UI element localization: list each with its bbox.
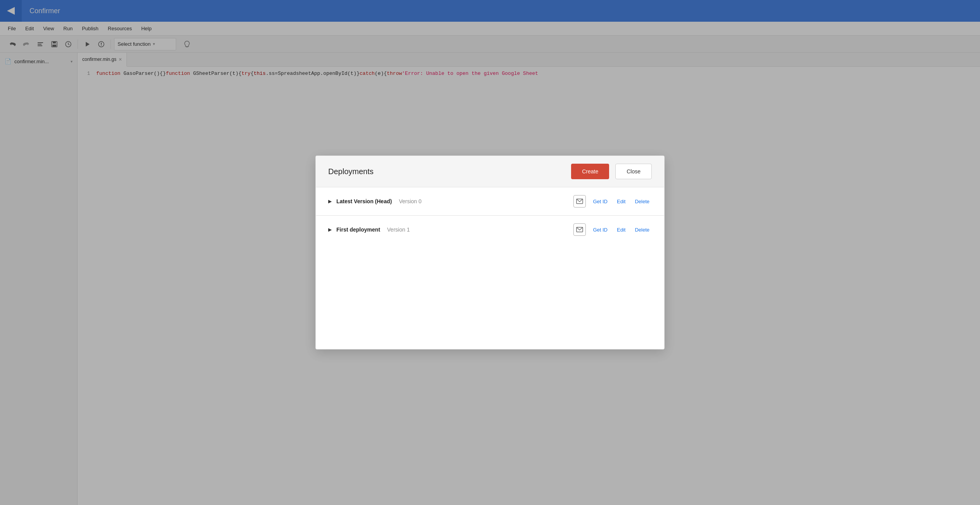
deployment-name-1: First deployment bbox=[336, 227, 380, 233]
deployment-edit-1[interactable]: Edit bbox=[615, 227, 628, 233]
deployment-expand-icon-0[interactable]: ▶ bbox=[328, 199, 332, 204]
deployments-modal: Deployments Create Close ▶ Latest Versio… bbox=[315, 156, 665, 349]
deployment-mail-icon-0[interactable] bbox=[573, 195, 586, 208]
modal-header: Deployments Create Close bbox=[316, 156, 664, 187]
deployment-delete-0[interactable]: Delete bbox=[632, 199, 652, 204]
deployment-version-1: Version 1 bbox=[387, 227, 410, 233]
deployment-mail-icon-1[interactable] bbox=[573, 223, 586, 236]
deployment-get-id-0[interactable]: Get ID bbox=[590, 199, 610, 204]
modal-body: ▶ Latest Version (Head) Version 0 Get ID… bbox=[316, 187, 664, 244]
deployment-delete-1[interactable]: Delete bbox=[632, 227, 652, 233]
modal-overlay: Deployments Create Close ▶ Latest Versio… bbox=[0, 0, 980, 505]
create-deployment-button[interactable]: Create bbox=[571, 164, 609, 179]
deployment-version-0: Version 0 bbox=[399, 198, 421, 204]
deployment-get-id-1[interactable]: Get ID bbox=[590, 227, 610, 233]
deployment-row-1: ▶ First deployment Version 1 Get ID Edit… bbox=[316, 216, 664, 244]
deployment-name-0: Latest Version (Head) bbox=[336, 198, 392, 204]
deployment-expand-icon-1[interactable]: ▶ bbox=[328, 227, 332, 232]
deployment-edit-0[interactable]: Edit bbox=[615, 199, 628, 204]
close-modal-button[interactable]: Close bbox=[615, 164, 652, 179]
modal-title: Deployments bbox=[328, 167, 565, 176]
deployment-row-0: ▶ Latest Version (Head) Version 0 Get ID… bbox=[316, 187, 664, 216]
